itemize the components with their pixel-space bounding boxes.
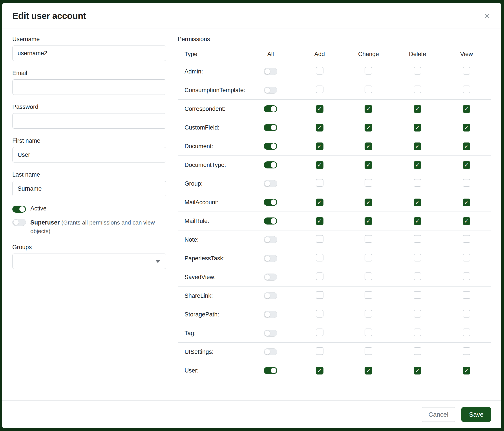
perm-all-toggle[interactable] — [264, 330, 277, 337]
perm-all-toggle[interactable] — [264, 255, 277, 262]
perm-change-checkbox[interactable] — [365, 291, 372, 299]
perm-delete-checkbox[interactable] — [414, 67, 421, 74]
perm-view-checkbox[interactable] — [463, 310, 470, 317]
perm-delete-checkbox[interactable] — [414, 329, 421, 336]
perm-all-toggle[interactable] — [264, 217, 277, 224]
perm-delete-checkbox[interactable] — [414, 235, 421, 243]
perm-delete-checkbox[interactable]: ✓ — [414, 367, 421, 375]
perm-delete-checkbox[interactable]: ✓ — [414, 105, 421, 113]
first-name-input[interactable] — [12, 147, 166, 162]
password-input[interactable] — [12, 113, 166, 129]
perm-change-checkbox[interactable] — [365, 86, 372, 93]
perm-delete-checkbox[interactable] — [414, 254, 421, 261]
perm-change-checkbox[interactable] — [365, 179, 372, 187]
perm-delete-checkbox[interactable] — [414, 272, 421, 280]
perm-delete-cell — [393, 310, 442, 319]
perm-view-checkbox[interactable] — [463, 272, 470, 280]
perm-change-checkbox[interactable] — [365, 67, 372, 74]
perm-add-checkbox[interactable] — [316, 272, 324, 280]
perm-delete-checkbox[interactable] — [414, 310, 421, 317]
perm-delete-checkbox[interactable] — [414, 86, 421, 93]
perm-change-checkbox[interactable]: ✓ — [365, 105, 372, 113]
perm-all-toggle[interactable] — [264, 68, 277, 75]
perm-all-toggle[interactable] — [264, 87, 277, 94]
perm-add-checkbox[interactable] — [316, 86, 324, 93]
perm-view-checkbox[interactable] — [463, 179, 470, 187]
perm-add-checkbox[interactable]: ✓ — [316, 198, 324, 206]
perm-add-checkbox[interactable] — [316, 67, 324, 74]
email-input[interactable] — [12, 79, 166, 95]
perm-add-checkbox[interactable]: ✓ — [316, 367, 324, 375]
perm-delete-checkbox[interactable] — [414, 347, 421, 355]
perm-view-checkbox[interactable] — [463, 347, 470, 355]
perm-view-checkbox[interactable]: ✓ — [463, 105, 470, 113]
perm-change-checkbox[interactable]: ✓ — [365, 198, 372, 206]
perm-all-toggle[interactable] — [264, 292, 277, 299]
perm-change-checkbox[interactable]: ✓ — [365, 217, 372, 225]
perm-delete-cell: ✓ — [393, 217, 442, 225]
check-icon: ✓ — [415, 368, 420, 373]
perm-change-checkbox[interactable]: ✓ — [365, 124, 372, 132]
superuser-toggle[interactable] — [12, 219, 26, 226]
perm-add-checkbox[interactable]: ✓ — [316, 217, 324, 225]
perm-all-toggle[interactable] — [264, 180, 277, 187]
last-name-input[interactable] — [12, 181, 166, 196]
perm-view-checkbox[interactable]: ✓ — [463, 124, 470, 132]
permission-type-label: DocumentType: — [178, 162, 246, 169]
perm-all-toggle[interactable] — [264, 105, 277, 112]
perm-add-checkbox[interactable] — [316, 254, 324, 261]
perm-add-checkbox[interactable]: ✓ — [316, 124, 324, 132]
perm-delete-checkbox[interactable]: ✓ — [414, 198, 421, 206]
perm-add-checkbox[interactable] — [316, 235, 324, 243]
perm-view-checkbox[interactable] — [463, 291, 470, 299]
perm-all-toggle[interactable] — [264, 124, 277, 131]
perm-view-checkbox[interactable]: ✓ — [463, 198, 470, 206]
perm-add-checkbox[interactable] — [316, 310, 324, 317]
perm-add-checkbox[interactable] — [316, 329, 324, 336]
perm-view-checkbox[interactable]: ✓ — [463, 143, 470, 150]
perm-change-checkbox[interactable]: ✓ — [365, 161, 372, 169]
perm-all-toggle[interactable] — [264, 311, 277, 318]
cancel-button[interactable]: Cancel — [421, 407, 456, 422]
perm-view-checkbox[interactable] — [463, 67, 470, 74]
perm-delete-checkbox[interactable]: ✓ — [414, 161, 421, 169]
perm-view-checkbox[interactable]: ✓ — [463, 367, 470, 375]
perm-change-checkbox[interactable] — [365, 329, 372, 336]
perm-add-checkbox[interactable] — [316, 179, 324, 187]
perm-all-toggle[interactable] — [264, 162, 277, 169]
perm-view-checkbox[interactable]: ✓ — [463, 217, 470, 225]
perm-change-checkbox[interactable] — [365, 272, 372, 280]
perm-delete-checkbox[interactable]: ✓ — [414, 143, 421, 150]
perm-change-checkbox[interactable] — [365, 254, 372, 261]
perm-change-checkbox[interactable] — [365, 310, 372, 317]
perm-add-checkbox[interactable] — [316, 347, 324, 355]
perm-all-toggle[interactable] — [264, 274, 277, 281]
perm-delete-checkbox[interactable] — [414, 179, 421, 187]
perm-add-checkbox[interactable]: ✓ — [316, 161, 324, 169]
close-button[interactable]: × — [483, 10, 491, 22]
perm-delete-checkbox[interactable]: ✓ — [414, 217, 421, 225]
perm-all-toggle[interactable] — [264, 236, 277, 243]
username-input[interactable] — [12, 45, 166, 61]
perm-all-toggle[interactable] — [264, 367, 277, 374]
perm-add-checkbox[interactable] — [316, 291, 324, 299]
perm-change-checkbox[interactable]: ✓ — [365, 367, 372, 375]
perm-view-checkbox[interactable] — [463, 86, 470, 93]
perm-delete-checkbox[interactable] — [414, 291, 421, 299]
perm-change-checkbox[interactable] — [365, 235, 372, 243]
perm-view-checkbox[interactable] — [463, 329, 470, 336]
perm-change-checkbox[interactable] — [365, 347, 372, 355]
perm-all-toggle[interactable] — [264, 348, 277, 355]
perm-all-toggle[interactable] — [264, 143, 277, 150]
perm-add-checkbox[interactable]: ✓ — [316, 105, 324, 113]
perm-view-checkbox[interactable] — [463, 254, 470, 261]
perm-all-toggle[interactable] — [264, 199, 277, 206]
perm-add-checkbox[interactable]: ✓ — [316, 143, 324, 150]
perm-change-checkbox[interactable]: ✓ — [365, 143, 372, 150]
active-toggle[interactable] — [12, 206, 26, 213]
perm-view-checkbox[interactable] — [463, 235, 470, 243]
perm-delete-checkbox[interactable]: ✓ — [414, 124, 421, 132]
groups-select[interactable] — [12, 253, 166, 269]
perm-view-checkbox[interactable]: ✓ — [463, 161, 470, 169]
save-button[interactable]: Save — [461, 407, 491, 422]
